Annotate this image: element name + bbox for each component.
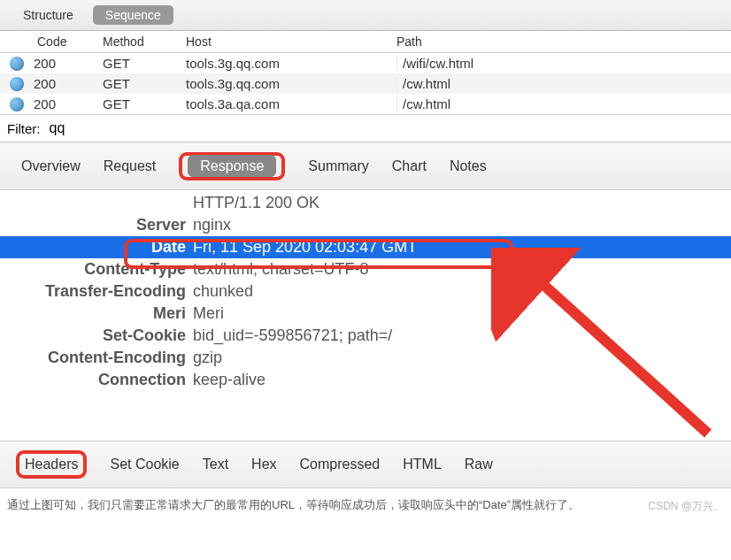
- table-row[interactable]: 200 GET tools.3a.qa.com /cw.html: [0, 94, 731, 114]
- header-name: Content-Encoding: [0, 349, 191, 367]
- tab-structure[interactable]: Structure: [11, 5, 86, 25]
- bottom-tabs: Headers Set Cookie Text Hex Compressed H…: [0, 441, 731, 488]
- header-value: text/html; charset=UTF-8: [191, 260, 731, 279]
- tab-response[interactable]: Response: [188, 155, 276, 177]
- table-row[interactable]: 200 GET tools.3g.qq.com /wifi/cw.html: [0, 53, 731, 73]
- tab-notes[interactable]: Notes: [450, 158, 487, 174]
- header-value: gzip: [191, 349, 731, 367]
- header-value: chunked: [191, 282, 731, 301]
- header-value: Fri, 11 Sep 2020 02:03:47 GMT: [191, 238, 731, 257]
- cell-path: /cw.html: [396, 76, 731, 91]
- bottom-tab-hex[interactable]: Hex: [251, 456, 276, 472]
- tab-overview[interactable]: Overview: [21, 158, 81, 174]
- cell-method: GET: [103, 76, 186, 91]
- header-value: bid_uid=-599856721; path=/: [191, 326, 731, 345]
- header-value: keep-alive: [191, 371, 731, 389]
- cell-host: tools.3a.qa.com: [186, 96, 396, 111]
- table-header: Code Method Host Path: [0, 31, 731, 53]
- col-header-code[interactable]: Code: [34, 35, 103, 49]
- cell-method: GET: [103, 56, 186, 71]
- header-row-date[interactable]: Date Fri, 11 Sep 2020 02:03:47 GMT: [0, 236, 731, 258]
- header-name: Date: [0, 238, 191, 257]
- globe-icon: [10, 77, 24, 91]
- filter-row: Filter:: [0, 114, 731, 142]
- header-row[interactable]: Meri Meri: [0, 303, 731, 325]
- filter-label: Filter:: [7, 121, 41, 136]
- col-header-host[interactable]: Host: [186, 35, 396, 49]
- cell-path: /cw.html: [396, 96, 731, 111]
- detail-tabs: Overview Request Response Summary Chart …: [0, 142, 731, 190]
- header-row[interactable]: Server nginx: [0, 214, 731, 236]
- header-name: Connection: [0, 371, 191, 389]
- header-row[interactable]: Content-Type text/html; charset=UTF-8: [0, 258, 731, 280]
- cell-code: 200: [34, 96, 103, 111]
- bottom-tab-html[interactable]: HTML: [403, 456, 442, 472]
- header-row[interactable]: Set-Cookie bid_uid=-599856721; path=/: [0, 325, 731, 347]
- col-header-path[interactable]: Path: [396, 35, 731, 49]
- highlight-headers: Headers: [16, 450, 87, 479]
- header-value: Meri: [191, 304, 731, 323]
- tab-sequence[interactable]: Sequence: [93, 5, 173, 25]
- top-toolbar: Structure Sequence: [0, 0, 731, 31]
- highlight-response: Response: [179, 152, 285, 180]
- cell-host: tools.3g.qq.com: [186, 76, 396, 91]
- bottom-tab-setcookie[interactable]: Set Cookie: [110, 456, 179, 472]
- header-name: Server: [0, 216, 191, 234]
- cell-host: tools.3g.qq.com: [186, 56, 396, 71]
- globe-icon: [10, 57, 24, 71]
- bottom-tab-compressed[interactable]: Compressed: [300, 456, 381, 472]
- header-row[interactable]: Transfer-Encoding chunked: [0, 280, 731, 303]
- header-name: Set-Cookie: [0, 326, 191, 345]
- status-line: HTTP/1.1 200 OK: [191, 194, 731, 212]
- bottom-tab-text[interactable]: Text: [203, 456, 228, 472]
- tab-summary[interactable]: Summary: [308, 158, 368, 174]
- bottom-tab-headers[interactable]: Headers: [25, 456, 78, 472]
- cell-method: GET: [103, 96, 186, 111]
- filter-input[interactable]: [46, 119, 725, 138]
- col-header-method[interactable]: Method: [103, 35, 186, 49]
- tab-request[interactable]: Request: [104, 158, 157, 174]
- cell-path: /wifi/cw.html: [396, 56, 731, 71]
- header-row[interactable]: Connection keep-alive: [0, 369, 731, 391]
- tab-chart[interactable]: Chart: [392, 158, 427, 174]
- globe-icon: [10, 97, 24, 111]
- header-name: Content-Type: [0, 260, 191, 279]
- header-row[interactable]: Content-Encoding gzip: [0, 347, 731, 369]
- header-name: Meri: [0, 304, 191, 323]
- bottom-tab-raw[interactable]: Raw: [465, 456, 493, 472]
- cell-code: 200: [34, 76, 103, 91]
- header-name: Transfer-Encoding: [0, 282, 191, 301]
- header-value: nginx: [191, 216, 731, 234]
- cell-code: 200: [34, 56, 103, 71]
- table-row[interactable]: 200 GET tools.3g.qq.com /cw.html: [0, 73, 731, 94]
- response-body: HTTP/1.1 200 OK Server nginx Date Fri, 1…: [0, 190, 731, 391]
